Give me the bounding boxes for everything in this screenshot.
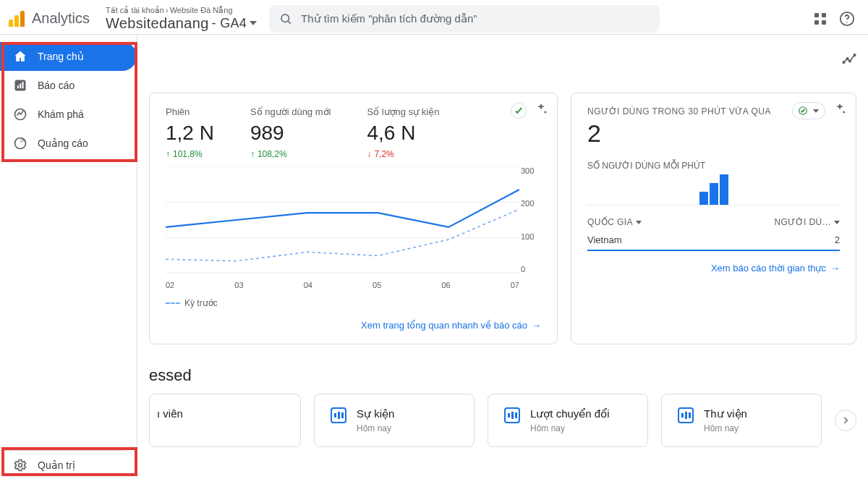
sidebar: Trang chủ Báo cáo Khám phá Quảng cáo Quả… [0,35,137,479]
ads-icon [13,136,27,151]
gear-icon [13,458,27,472]
chevron-down-icon [834,221,840,224]
chevron-down-icon [636,221,642,224]
insights-button[interactable] [842,52,856,69]
realtime-bar-chart [587,175,840,205]
realtime-report-link[interactable]: Xem báo cáo thời gian thực→ [587,263,840,274]
suggestion-row: ı viên Sự kiện Hôm nay Lượt chuyển đổi H… [149,394,856,447]
svg-point-10 [23,139,25,141]
chevron-down-icon [250,21,257,25]
realtime-subheading: SỐ NGƯỜI DÙNG MỖI PHÚT [587,161,840,171]
bar-chart-icon [678,407,694,423]
realtime-col-country[interactable]: QUỐC GIA [587,217,642,227]
realtime-card: NGƯỜI DÙNG TRONG 30 PHÚT VỪA QUA 2 SỐ NG… [571,93,856,344]
svg-point-13 [846,58,848,60]
status-check-icon[interactable] [511,103,527,119]
sidebar-item-admin[interactable]: Quản trị [0,450,137,479]
chevron-down-icon [813,109,819,113]
realtime-country-row: Vietnam 2 [587,227,840,251]
sidebar-item-label: Quảng cáo [38,137,88,149]
sidebar-item-reports[interactable]: Báo cáo [0,71,137,100]
svg-rect-5 [17,85,19,88]
logo[interactable]: Analytics [6,10,95,27]
realtime-col-users[interactable]: NGƯỜI DÙ… [774,217,840,227]
svg-point-12 [843,62,845,64]
svg-point-3 [846,21,847,22]
sidebar-item-label: Quản trị [38,459,75,471]
realtime-value: 2 [587,119,840,148]
property-name: Websitedanang [106,15,209,32]
svg-point-15 [854,54,856,56]
svg-point-11 [19,463,22,467]
sidebar-item-home[interactable]: Trang chủ [0,42,137,71]
sparkle-icon[interactable] [534,102,548,119]
chart-legend: Kỳ trước [166,298,541,308]
suggestion-card[interactable]: Thư viện Hôm nay [661,394,822,447]
suggestion-card[interactable]: ı viên [149,394,301,447]
explore-icon [13,107,27,122]
bar-chart-icon [504,407,520,423]
metric-value: 1,2 N [166,122,214,145]
chevron-right-icon [841,415,851,425]
overview-chart: 3002001000 020304050607 [166,166,541,289]
bar-chart-icon [13,78,27,93]
metric-value: 989 [250,122,331,145]
arrow-right-icon: → [830,263,840,274]
svg-rect-6 [20,84,21,89]
overview-report-link[interactable]: Xem trang tổng quan nhanh về báo cáo→ [166,320,541,331]
sidebar-item-ads[interactable]: Quảng cáo [0,129,137,158]
analytics-logo-icon [9,11,26,27]
apps-icon[interactable] [814,13,826,25]
property-selector[interactable]: Tất cả tài khoản›Website Đà Nẵng Website… [95,6,269,32]
metric-label: Số lượng sự kiện [367,106,439,117]
arrow-right-icon: → [532,320,541,331]
sidebar-item-label: Trang chủ [38,51,84,62]
section-title: essed [149,366,856,385]
metric-delta: 7,2% [367,149,439,159]
sidebar-item-label: Báo cáo [38,80,75,91]
metric-label: Số người dùng mới [250,106,331,117]
sidebar-item-explore[interactable]: Khám phá [0,100,137,129]
search-icon [279,12,292,25]
search-input[interactable]: Thử tìm kiếm "phân tích đường dẫn" [269,5,660,33]
svg-point-14 [849,60,851,62]
header: Analytics Tất cả tài khoản›Website Đà Nẵ… [0,0,868,35]
svg-line-1 [289,21,291,23]
product-name: Analytics [32,10,90,27]
svg-point-0 [281,14,289,22]
overview-card: Phiên 1,2 N 101,8% Số người dùng mới 989… [149,93,558,344]
suggestion-card[interactable]: Lượt chuyển đổi Hôm nay [488,394,648,447]
breadcrumb: Tất cả tài khoản›Website Đà Nẵng [106,6,259,15]
help-icon[interactable] [839,11,855,27]
search-placeholder: Thử tìm kiếm "phân tích đường dẫn" [301,12,477,25]
dashed-swatch-icon [166,302,180,304]
bar-chart-icon [331,407,346,423]
next-button[interactable] [835,410,856,431]
sparkle-icon[interactable] [833,102,847,119]
metric-label: Phiên [166,106,214,117]
home-icon [13,49,27,64]
sidebar-item-label: Khám phá [38,109,84,120]
metric-value: 4,6 N [367,122,439,145]
main-content: Phiên 1,2 N 101,8% Số người dùng mới 989… [137,35,868,479]
metric-delta: 101,8% [166,149,214,159]
property-tag: - GA4 [212,16,247,31]
suggestion-card[interactable]: Sự kiện Hôm nay [314,394,475,447]
realtime-status-chip[interactable] [792,102,825,119]
metric-delta: 108,2% [250,149,331,159]
svg-rect-7 [22,82,24,88]
